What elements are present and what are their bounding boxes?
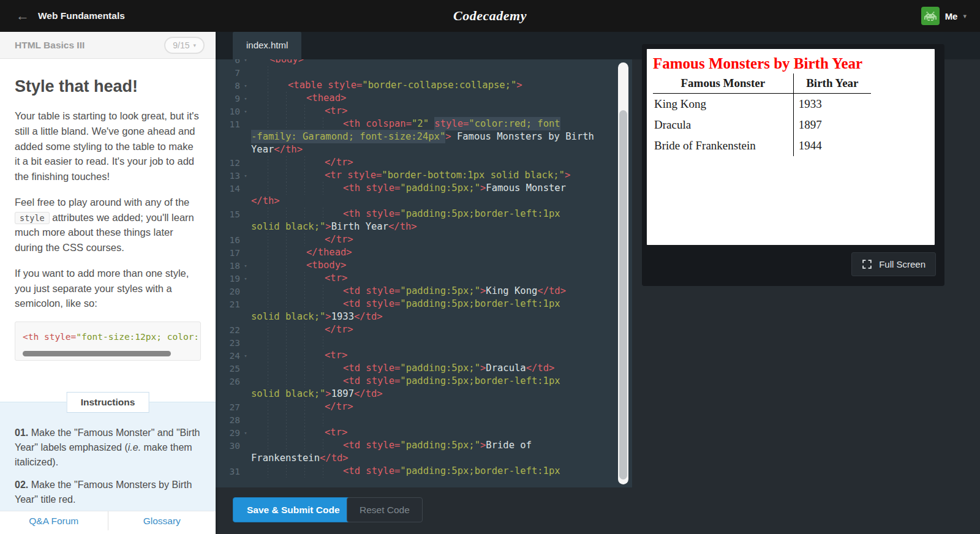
indent-guide [268, 79, 268, 92]
line-number: 6 [216, 59, 240, 65]
indent-guide [304, 285, 305, 298]
code-row[interactable]: 19▾<tr> [216, 272, 632, 285]
code-row[interactable]: 16</tr> [216, 233, 632, 246]
indent-guide [268, 375, 268, 388]
code-token: <tr> [325, 350, 347, 361]
code-token: <body> [270, 59, 304, 65]
code-row[interactable]: 12</tr> [216, 156, 632, 169]
line-number: 20 [216, 287, 240, 296]
code-token: "padding:5px;border-left:1px [400, 375, 560, 386]
glossary-link[interactable]: Glossary [108, 511, 216, 530]
indent-guide [286, 272, 287, 285]
line-number: 24 [216, 351, 240, 361]
code-row[interactable]: 22</tr> [216, 323, 632, 336]
fold-arrow-icon[interactable]: ▾ [240, 83, 251, 89]
code-row[interactable]: 13▾<tr style="border-bottom:1px solid bl… [216, 169, 632, 182]
code-row[interactable]: 14<th style="padding:5px;">Famous Monste… [216, 182, 632, 195]
code-row[interactable]: 21<td style="padding:5px;border-left:1px [216, 298, 632, 310]
line-number: 28 [216, 415, 240, 425]
code-token: </td> [526, 363, 555, 374]
progress-dropdown[interactable]: 9/15 ▾ [164, 37, 205, 54]
indent-guide [268, 66, 268, 79]
snippet-scrollbar[interactable] [23, 351, 171, 356]
editor-scrollbar[interactable] [618, 62, 628, 484]
indent-guide [286, 285, 287, 298]
code-row[interactable]: 26<td style="padding:5px;border-left:1px [216, 375, 632, 388]
code-row[interactable]: 9▾<thead> [216, 92, 632, 105]
code-row[interactable]: Frankenstein</td> [216, 452, 632, 465]
indent-guide [304, 465, 305, 478]
fold-arrow-icon[interactable]: ▾ [240, 108, 251, 115]
code-line: <tr> [251, 349, 632, 362]
indent-guide [286, 169, 287, 182]
fold-arrow-icon[interactable]: ▾ [240, 59, 251, 63]
code-row[interactable]: 24▾<tr> [216, 349, 632, 362]
code-line: <td style="padding:5px;">Bride of [251, 439, 632, 452]
code-row[interactable]: </th> [216, 195, 632, 208]
code-editor[interactable]: 6▾<body>78▾<table style="border-collapse… [216, 59, 632, 487]
code-line: </tr> [251, 156, 632, 169]
fold-arrow-icon[interactable]: ▾ [240, 276, 251, 282]
editor-scrollbar-thumb[interactable] [619, 110, 627, 479]
fold-arrow-icon[interactable]: ▾ [240, 173, 251, 179]
code-row[interactable]: 17</thead> [216, 246, 632, 259]
code-row[interactable]: 7 [216, 66, 632, 79]
code-row[interactable]: 31<td style="padding:5px;border-left:1px [216, 465, 632, 478]
fold-arrow-icon[interactable]: ▾ [240, 353, 251, 359]
code-token: </tr> [325, 401, 353, 412]
code-row[interactable]: solid black;">1933</td> [216, 310, 632, 323]
code-line: <td style="padding:5px;border-left:1px [251, 298, 632, 310]
line-number: 8 [216, 81, 240, 91]
top-bar-left: ← Web Fundamentals [0, 9, 125, 23]
indent-guide [304, 118, 305, 130]
code-row[interactable]: 25<td style="padding:5px;">Dracula</td> [216, 362, 632, 375]
fold-arrow-icon[interactable]: ▾ [240, 263, 251, 269]
indent-guide [268, 426, 268, 439]
table-row: Bride of Frankenstein1944 [653, 135, 871, 156]
fold-arrow-icon[interactable]: ▾ [240, 430, 251, 436]
code-row[interactable]: 6▾<body> [216, 59, 632, 66]
hint-row[interactable]: ? Stuck? Get a hint! [0, 530, 216, 534]
code-snippet: <th style="font-size:12px; color: [15, 322, 201, 361]
fullscreen-button[interactable]: Full Screen [851, 252, 936, 276]
code-row[interactable]: Year</th> [216, 143, 632, 156]
code-row[interactable]: -family: Garamond; font-size:24px"> Famo… [216, 130, 632, 143]
code-row[interactable]: 20<td style="padding:5px;">King Kong</td… [216, 285, 632, 298]
fullscreen-label: Full Screen [879, 259, 925, 269]
fold-arrow-icon[interactable]: ▾ [240, 96, 251, 102]
reset-code-button[interactable]: Reset Code [347, 497, 423, 522]
code-token: solid black;" [251, 388, 325, 399]
code-row[interactable]: 28 [216, 413, 632, 426]
inline-code-style: style [15, 212, 50, 224]
back-arrow-icon[interactable]: ← [16, 9, 29, 23]
code-row[interactable]: 10▾<tr> [216, 105, 632, 118]
code-line [251, 66, 632, 79]
code-line: <td style="padding:5px;border-left:1px [251, 465, 632, 478]
indent-guide [268, 401, 268, 413]
save-submit-button[interactable]: Save & Submit Code [233, 497, 354, 522]
indent-guide [323, 182, 323, 195]
code-row[interactable]: 30<td style="padding:5px;">Bride of [216, 439, 632, 452]
code-row[interactable]: 23 [216, 336, 632, 349]
indent-guide [268, 92, 268, 105]
user-menu[interactable]: Me ▾ [921, 0, 967, 32]
code-token: > [325, 221, 331, 232]
code-row[interactable]: 15<th style="padding:5px;border-left:1px [216, 208, 632, 220]
code-row[interactable]: 27</tr> [216, 401, 632, 413]
indent-guide [304, 336, 305, 349]
indent-guide [304, 413, 305, 426]
code-row[interactable]: 8▾<table style="border-collapse:collapse… [216, 79, 632, 92]
code-row[interactable]: solid black;">1897</td> [216, 388, 632, 401]
code-line: <table style="border-collapse:collapse;"… [251, 79, 632, 92]
code-row[interactable]: 18▾<tbody> [216, 259, 632, 272]
tab-index-html[interactable]: index.html [233, 32, 301, 59]
instruction-items: 01. Make the "Famous Monster" and "Birth… [0, 402, 216, 507]
code-row[interactable]: 29▾<tr> [216, 426, 632, 439]
code-row[interactable]: 11<th colspan="2" style="color:red; font [216, 118, 632, 130]
snippet-token: <th style= [23, 332, 76, 342]
code-row[interactable]: solid black;">Birth Year</th> [216, 220, 632, 233]
qa-forum-link[interactable]: Q&A Forum [0, 511, 108, 530]
indent-guide [268, 156, 268, 169]
code-token: <tr> [325, 105, 347, 116]
indent-guide [323, 336, 323, 349]
